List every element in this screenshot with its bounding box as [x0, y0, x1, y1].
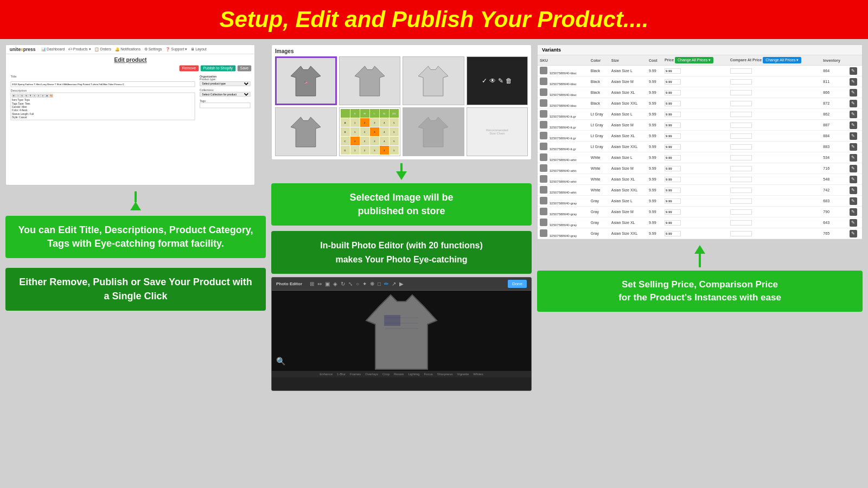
price-input[interactable]: [665, 155, 681, 160]
image-placeholder: RecommendedSize Chart: [486, 129, 508, 135]
compare-price-input[interactable]: [730, 79, 752, 85]
editor-icon-frame[interactable]: ▣: [325, 281, 330, 287]
edit-variant-btn[interactable]: ✎: [850, 67, 857, 75]
fake-title-input[interactable]: [11, 81, 195, 87]
compare-price-input[interactable]: [730, 231, 752, 236]
editor-icon-circle[interactable]: ○: [356, 281, 359, 287]
image-cell-3[interactable]: [403, 56, 464, 105]
cell-compare: [728, 163, 821, 174]
edit-variant-btn[interactable]: ✎: [850, 154, 857, 162]
photo-editor-done-btn[interactable]: Done: [508, 280, 527, 288]
compare-price-input[interactable]: [730, 188, 752, 193]
price-input[interactable]: [665, 177, 681, 182]
editor-icon-star[interactable]: ✦: [362, 281, 367, 287]
image-cell-1[interactable]: 🇺🇸: [275, 56, 337, 105]
cell-action: ✎: [847, 196, 862, 207]
fake-collections-select[interactable]: Select Collection for product: [200, 92, 251, 97]
editor-icon-resize[interactable]: ⤡: [348, 281, 353, 287]
edit-variant-btn[interactable]: ✎: [850, 143, 857, 151]
cell-compare: [728, 76, 821, 87]
cell-price: [662, 228, 728, 239]
image-cell-8[interactable]: RecommendedSize Chart: [467, 107, 528, 156]
publish-annotation: Either Remove, Publish or Save Your Prod…: [5, 268, 266, 310]
btn-change-all-prices[interactable]: Change All Prices ▾: [675, 57, 713, 63]
editor-icon-rotate[interactable]: ↻: [341, 281, 345, 287]
cell-size: Asian Size L: [609, 152, 647, 163]
editor-icon-crop[interactable]: ⊞: [310, 281, 314, 287]
shirt-svg-3: [418, 63, 448, 99]
compare-price-input[interactable]: [730, 198, 752, 204]
zoom-icon[interactable]: 🔍: [276, 357, 285, 365]
table-row: 32507588640-lt.gr Lt Gray Asian Size XL …: [538, 131, 862, 142]
photo-editor-tools: Enhance 1-Blur Frames Overlays Crop Resi…: [272, 371, 531, 377]
price-input[interactable]: [665, 101, 681, 106]
fake-tags-input[interactable]: [200, 102, 251, 108]
price-input[interactable]: [665, 188, 681, 193]
cell-compare: [728, 185, 821, 196]
price-input[interactable]: [665, 231, 681, 236]
editor-icon-more[interactable]: ▶: [399, 281, 404, 287]
edit-variant-btn[interactable]: ✎: [850, 132, 857, 140]
cell-price: [662, 142, 728, 152]
fake-product-type-select[interactable]: Select product type: [200, 81, 251, 86]
image-cell-2[interactable]: [339, 56, 401, 105]
edit-variant-btn[interactable]: ✎: [850, 111, 857, 118]
edit-variant-btn[interactable]: ✎: [850, 78, 857, 86]
edit-variant-btn[interactable]: ✎: [850, 176, 857, 183]
edit-variant-btn[interactable]: ✎: [850, 89, 857, 97]
price-input[interactable]: [665, 166, 681, 171]
compare-price-input[interactable]: [730, 220, 752, 226]
edit-variant-btn[interactable]: ✎: [850, 187, 857, 194]
price-input[interactable]: [665, 112, 681, 117]
compare-price-input[interactable]: [730, 155, 752, 160]
image-cell-6[interactable]: S M L XL 2XL A 1 2 3 4 5 B 1 2 3: [339, 107, 401, 156]
price-input[interactable]: [665, 133, 681, 139]
price-input[interactable]: [665, 79, 681, 85]
edit-variant-btn[interactable]: ✎: [850, 165, 857, 172]
compare-price-input[interactable]: [730, 133, 752, 139]
compare-price-input[interactable]: [730, 112, 752, 117]
price-input[interactable]: [665, 123, 681, 128]
edit-variant-btn[interactable]: ✎: [850, 121, 857, 129]
cell-cost: 9.99: [647, 76, 662, 87]
price-input[interactable]: [665, 90, 681, 95]
table-row: 32507588640-lt.gr Lt Gray Asian Size L 9…: [538, 109, 862, 120]
image-cell-5[interactable]: [275, 107, 337, 156]
editor-icon-square[interactable]: □: [378, 281, 381, 287]
compare-price-input[interactable]: [730, 90, 752, 95]
btn-change-compare-price[interactable]: Change All Prices ▾: [763, 57, 801, 63]
editor-icon-arrow[interactable]: ↗: [392, 281, 396, 287]
compare-price-input[interactable]: [730, 123, 752, 128]
editor-icon-ornament[interactable]: ❋: [370, 281, 374, 287]
price-input[interactable]: [665, 144, 681, 150]
image-cell-7[interactable]: [403, 107, 464, 156]
price-input[interactable]: [665, 68, 681, 74]
image-cell-4[interactable]: ✓👁✎🗑: [467, 56, 528, 105]
compare-price-input[interactable]: [730, 101, 752, 106]
fake-publish-btn[interactable]: Publish to Shopify: [200, 65, 235, 71]
edit-variant-btn[interactable]: ✎: [850, 100, 857, 107]
compare-price-input[interactable]: [730, 144, 752, 150]
editor-icon-overlay[interactable]: ◈: [333, 281, 337, 287]
edit-variant-btn[interactable]: ✎: [850, 208, 857, 216]
edit-variant-btn[interactable]: ✎: [850, 197, 857, 205]
fake-save-btn[interactable]: Save: [238, 65, 252, 71]
price-input[interactable]: [665, 209, 681, 215]
compare-price-input[interactable]: [730, 177, 752, 182]
edit-variant-btn[interactable]: ✎: [850, 219, 857, 227]
price-input[interactable]: [665, 198, 681, 204]
cell-action: ✎: [847, 98, 862, 109]
compare-price-input[interactable]: [730, 209, 752, 215]
sku-text: 32507588640-whit: [550, 158, 576, 162]
cell-compare: [728, 98, 821, 109]
editor-icon-pen[interactable]: ✏: [384, 281, 388, 287]
compare-price-input[interactable]: [730, 68, 752, 74]
fake-remove-btn[interactable]: Remove: [180, 65, 199, 71]
sku-text: 32507588640-whit: [550, 180, 576, 183]
cell-sku: 32507588640-blac: [538, 76, 589, 87]
edit-variant-btn[interactable]: ✎: [850, 230, 857, 237]
compare-price-input[interactable]: [730, 166, 752, 171]
price-input[interactable]: [665, 220, 681, 226]
fake-product-type-section: Product type: Select product type: [200, 78, 251, 87]
editor-icon-flip[interactable]: ⇔: [317, 281, 322, 287]
